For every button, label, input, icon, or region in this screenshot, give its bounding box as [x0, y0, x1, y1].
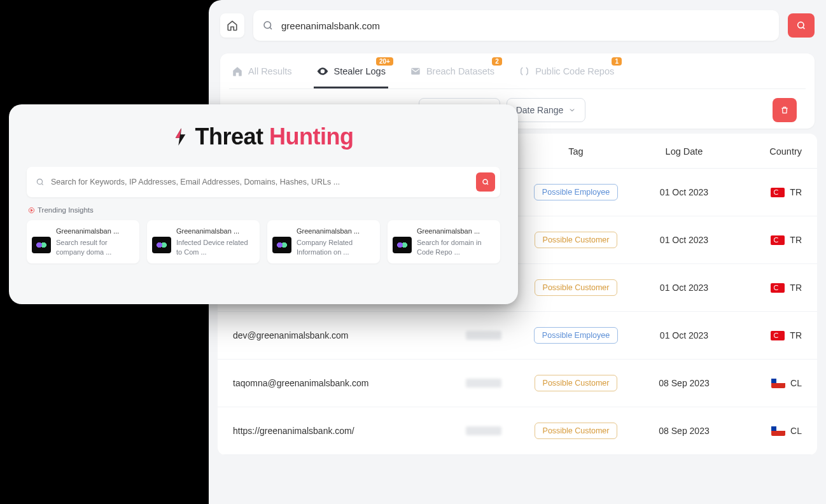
- card-text: Greenanimalsban ...Company Related Infor…: [297, 227, 374, 257]
- row-date: 08 Sep 2023: [630, 426, 738, 436]
- delete-button[interactable]: [773, 98, 797, 122]
- svg-point-5: [483, 179, 487, 184]
- row-date: 01 Oct 2023: [630, 330, 738, 340]
- table-row[interactable]: dev@greenanimalsbank.comPossible Employe…: [218, 312, 817, 360]
- search-icon: [36, 178, 45, 186]
- trash-icon: [780, 106, 789, 115]
- row-identifier: taqomna@greenanimalsbank.com: [233, 378, 445, 388]
- code-icon: [519, 66, 530, 77]
- home-icon: [232, 66, 243, 77]
- card-thumbnail: [32, 237, 51, 253]
- tab-label: All Results: [248, 66, 292, 76]
- tab-badge: 2: [492, 57, 502, 66]
- tag-pill: Possible Employee: [534, 327, 618, 344]
- row-date: 08 Sep 2023: [630, 378, 738, 388]
- card-thumbnail: [393, 237, 412, 253]
- col-tag: Tag: [522, 146, 630, 157]
- svg-rect-3: [411, 68, 420, 75]
- flag-icon: [771, 188, 785, 197]
- row-country: CL: [738, 426, 802, 436]
- search-icon: [262, 20, 274, 31]
- home-button[interactable]: [220, 13, 244, 38]
- home-icon: [227, 20, 238, 31]
- flag-icon: [771, 283, 785, 293]
- trending-header: Trending Insights: [28, 206, 500, 214]
- table-row[interactable]: taqomna@greenanimalsbank.comPossible Cus…: [218, 360, 817, 407]
- insight-card[interactable]: Greenanimalsban ...Search result for com…: [27, 220, 139, 263]
- row-date: 01 Oct 2023: [630, 187, 738, 197]
- chevron-down-icon: [568, 106, 576, 114]
- mail-icon: [410, 66, 421, 77]
- tag-pill: Possible Customer: [535, 232, 618, 248]
- date-range-dropdown[interactable]: Date Range: [507, 98, 586, 122]
- tab-label: Public Code Repos: [535, 66, 614, 76]
- insight-card[interactable]: Greenanimalsban ...Company Related Infor…: [267, 220, 380, 263]
- global-search[interactable]: [253, 10, 779, 41]
- row-country: TR: [738, 187, 802, 197]
- svg-point-2: [321, 70, 323, 72]
- svg-point-1: [798, 22, 804, 28]
- tag-pill: Possible Customer: [535, 423, 618, 439]
- bolt-icon: [174, 128, 188, 146]
- card-text: Greenanimalsban ...Search result for com…: [56, 227, 133, 257]
- search-icon: [796, 20, 806, 31]
- tag-pill: Possible Customer: [535, 279, 618, 296]
- card-thumbnail: [152, 237, 171, 253]
- tag-pill: Possible Customer: [535, 375, 618, 391]
- row-country: CL: [738, 378, 802, 388]
- row-country: TR: [738, 235, 802, 245]
- flag-icon: [771, 426, 785, 436]
- insight-card[interactable]: Greenanimalsban ...Infected Device relat…: [147, 220, 260, 263]
- row-country: TR: [738, 283, 802, 293]
- tab-badge: 1: [612, 57, 622, 66]
- row-date: 01 Oct 2023: [630, 283, 738, 293]
- row-country: TR: [738, 330, 802, 340]
- topbar: [209, 0, 826, 47]
- tab-stealer-logs[interactable]: Stealer Logs 20+: [314, 53, 388, 88]
- tab-label: Stealer Logs: [334, 66, 386, 76]
- overlay-search[interactable]: [27, 167, 500, 197]
- dropdown-label: Date Range: [516, 105, 564, 115]
- row-date: 01 Oct 2023: [630, 235, 738, 245]
- row-identifier: https://greenanimalsbank.com/: [233, 426, 445, 436]
- flag-icon: [771, 379, 785, 388]
- row-password: [445, 331, 522, 340]
- overlay-search-input[interactable]: [51, 178, 470, 186]
- eye-icon: [316, 65, 329, 78]
- svg-point-0: [264, 22, 271, 29]
- global-search-input[interactable]: [281, 20, 770, 31]
- tab-badge: 20+: [376, 57, 393, 66]
- col-logdate: Log Date: [630, 146, 738, 157]
- tab-label: Breach Datasets: [426, 66, 494, 76]
- insight-card[interactable]: Greenanimalsban ...Search for domain in …: [388, 220, 500, 263]
- brand-title: Threat Hunting: [27, 123, 500, 150]
- card-thumbnail: [272, 237, 291, 253]
- threat-hunting-panel: Threat Hunting Trending Insights Greenan…: [9, 104, 518, 304]
- col-country: Country: [738, 146, 802, 157]
- card-text: Greenanimalsban ...Search for domain in …: [417, 227, 494, 257]
- flag-icon: [771, 331, 785, 340]
- tab-all-results[interactable]: All Results: [229, 53, 295, 88]
- row-password: [445, 426, 522, 435]
- tab-code-repos[interactable]: Public Code Repos 1: [516, 53, 617, 88]
- table-row[interactable]: https://greenanimalsbank.com/Possible Cu…: [218, 407, 817, 455]
- play-circle-icon: [28, 207, 35, 214]
- flag-icon: [771, 235, 785, 245]
- row-identifier: dev@greenanimalsbank.com: [233, 330, 445, 340]
- tab-breach-datasets[interactable]: Breach Datasets 2: [407, 53, 497, 88]
- card-text: Greenanimalsban ...Infected Device relat…: [176, 227, 253, 257]
- row-password: [445, 379, 522, 388]
- overlay-search-button[interactable]: [476, 172, 495, 192]
- svg-point-4: [37, 179, 42, 184]
- search-icon: [482, 178, 489, 186]
- tag-pill: Possible Employee: [534, 184, 618, 200]
- search-submit-button[interactable]: [788, 13, 815, 38]
